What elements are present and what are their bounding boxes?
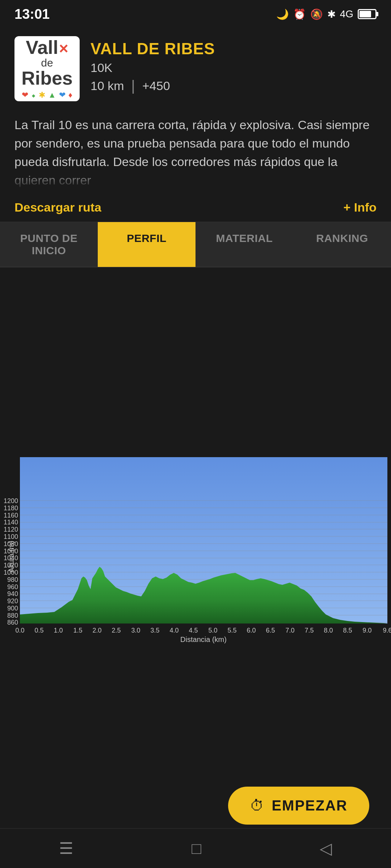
- svg-text:1160: 1160: [4, 512, 18, 519]
- svg-text:6.5: 6.5: [266, 627, 275, 634]
- svg-text:900: 900: [7, 605, 18, 612]
- svg-text:7.5: 7.5: [304, 627, 314, 634]
- header-section: Vall × de Ribes ❤ ⬥ ✱ ▲ ❤ ♦ VALL DE RIBE…: [0, 25, 391, 109]
- svg-text:Distancia  (km): Distancia (km): [180, 635, 227, 643]
- action-links: Descargar ruta + Info: [0, 193, 391, 222]
- status-icons: 🌙 ⏰ 🔕 ✱ 4G: [276, 8, 377, 20]
- svg-text:4.0: 4.0: [169, 627, 178, 634]
- tab-punto-inicio[interactable]: PUNTO DE INICIO: [0, 222, 98, 267]
- svg-text:2.5: 2.5: [112, 627, 121, 634]
- svg-text:860: 860: [7, 619, 18, 626]
- svg-text:980: 980: [7, 576, 18, 583]
- status-bar: 13:01 🌙 ⏰ 🔕 ✱ 4G: [0, 0, 391, 25]
- svg-text:1180: 1180: [4, 505, 18, 512]
- nav-menu-icon[interactable]: ☰: [59, 839, 73, 858]
- svg-text:9.6: 9.6: [383, 627, 391, 634]
- start-button-container: ⏱ EMPEZAR: [228, 787, 369, 825]
- stats-divider: |: [131, 78, 135, 94]
- bluetooth-icon: ✱: [327, 8, 336, 20]
- svg-text:1100: 1100: [4, 533, 18, 540]
- nav-bar: ☰ □ ◁: [0, 828, 391, 868]
- event-stats: 10 km | +450: [91, 78, 215, 94]
- svg-text:2.0: 2.0: [92, 627, 101, 634]
- nav-home-icon[interactable]: □: [192, 839, 201, 858]
- more-info-link[interactable]: + Info: [343, 200, 377, 214]
- alarm-icon: ⏰: [293, 8, 306, 20]
- svg-text:1200: 1200: [4, 497, 18, 505]
- tabs-section: PUNTO DE INICIO PERFIL MATERIAL RANKING: [0, 222, 391, 267]
- signal-icon: 4G: [340, 8, 353, 20]
- event-logo: Vall × de Ribes ❤ ⬥ ✱ ▲ ❤ ♦: [14, 36, 80, 101]
- svg-text:4.5: 4.5: [189, 627, 198, 634]
- svg-text:3.0: 3.0: [131, 627, 140, 634]
- description-section: La Trail 10 es una carrera corta, rápida…: [0, 109, 391, 193]
- nav-back-icon[interactable]: ◁: [320, 839, 332, 858]
- mute-icon: 🔕: [310, 8, 323, 20]
- description-text: La Trail 10 es una carrera corta, rápida…: [14, 116, 377, 190]
- tab-material[interactable]: MATERIAL: [196, 222, 293, 267]
- start-button-label: EMPEZAR: [272, 797, 348, 814]
- tab-ranking[interactable]: RANKING: [293, 222, 391, 267]
- description-wrapper: La Trail 10 es una carrera corta, rápida…: [14, 116, 377, 190]
- svg-text:1120: 1120: [4, 526, 18, 533]
- timer-icon: ⏱: [250, 797, 264, 814]
- tab-perfil[interactable]: PERFIL: [98, 222, 196, 267]
- svg-text:8.5: 8.5: [343, 627, 352, 634]
- svg-text:5.0: 5.0: [208, 627, 217, 634]
- chart-empty-area: [0, 267, 391, 455]
- svg-text:5.5: 5.5: [227, 627, 236, 634]
- svg-text:1140: 1140: [4, 519, 18, 526]
- svg-text:0.5: 0.5: [34, 627, 43, 634]
- elevation-chart: 860 880 900 920 940 960 980 1000 1020 10…: [0, 455, 391, 643]
- svg-text:940: 940: [7, 590, 18, 597]
- svg-text:8.0: 8.0: [324, 627, 333, 634]
- event-distance: 10 km: [91, 79, 124, 93]
- svg-text:9.0: 9.0: [362, 627, 371, 634]
- svg-text:7.0: 7.0: [285, 627, 294, 634]
- svg-text:Altura (m): Altura (m): [7, 541, 15, 573]
- svg-text:1.0: 1.0: [54, 627, 63, 634]
- svg-text:920: 920: [7, 597, 18, 605]
- svg-text:3.5: 3.5: [150, 627, 159, 634]
- battery-icon: [358, 9, 377, 19]
- elevation-chart-container: 860 880 900 920 940 960 980 1000 1020 10…: [0, 455, 391, 643]
- moon-icon: 🌙: [276, 8, 289, 20]
- bottom-spacer: [0, 643, 391, 752]
- status-time: 13:01: [14, 7, 50, 22]
- svg-text:0.0: 0.0: [15, 627, 24, 634]
- svg-text:960: 960: [7, 583, 18, 591]
- start-button[interactable]: ⏱ EMPEZAR: [228, 787, 369, 825]
- event-elevation: +450: [142, 79, 170, 93]
- svg-text:880: 880: [7, 612, 18, 619]
- event-title: VALL DE RIBES: [91, 40, 215, 58]
- svg-text:1.5: 1.5: [73, 627, 82, 634]
- svg-text:6.0: 6.0: [247, 627, 256, 634]
- event-info: VALL DE RIBES 10K 10 km | +450: [91, 36, 215, 94]
- event-category: 10K: [91, 61, 215, 75]
- download-route-link[interactable]: Descargar ruta: [14, 200, 101, 214]
